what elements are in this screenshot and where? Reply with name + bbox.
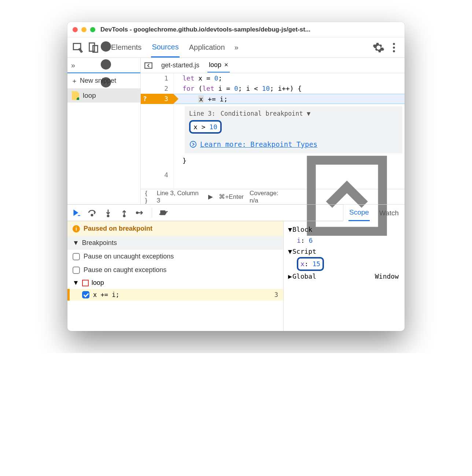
close-icon[interactable]: ×: [224, 61, 228, 69]
resume-icon[interactable]: [71, 208, 81, 217]
debugger-lower: i Paused on breakpoint ▼ Breakpoints Pau…: [67, 221, 405, 331]
svg-point-3: [393, 43, 395, 45]
nav-left-icon[interactable]: [144, 61, 153, 70]
info-icon: i: [73, 225, 80, 233]
bp-type-dropdown[interactable]: Conditional breakpoint ▼: [221, 110, 311, 117]
run-hint: ⌘+Enter: [219, 193, 244, 201]
line-number: 3: [164, 95, 168, 103]
bp-line-label: Line 3:: [189, 110, 215, 117]
tab-scope[interactable]: Scope: [349, 205, 370, 221]
conditional-marker-icon: ?: [143, 94, 147, 104]
svg-point-4: [393, 47, 395, 49]
tab-watch[interactable]: Watch: [379, 205, 399, 221]
svg-point-15: [123, 215, 125, 217]
svg-point-10: [190, 141, 196, 148]
play-icon[interactable]: ▶: [208, 193, 213, 201]
plus-icon: ＋: [71, 77, 78, 85]
editor-tab-getstarted[interactable]: get-started.js: [160, 59, 201, 72]
debugger-toolbar: [67, 204, 343, 221]
pretty-print-icon[interactable]: { }: [145, 190, 151, 204]
window-title: DevTools - googlechrome.github.io/devtoo…: [100, 26, 399, 33]
line-number: 4: [141, 170, 173, 180]
svg-point-5: [393, 50, 395, 52]
line-number: 1: [141, 73, 173, 83]
global-value: Window: [375, 271, 399, 282]
scope-prop-i: i: 6: [288, 235, 400, 246]
svg-point-13: [91, 214, 93, 216]
snippet-name: loop: [83, 92, 96, 100]
step-over-icon[interactable]: [87, 208, 97, 217]
bp-condition-input[interactable]: x > 10: [189, 120, 222, 134]
editor-tabs: get-started.js loop ×: [141, 58, 405, 73]
navigator-sidebar: » ＋ New snippet loop: [67, 58, 141, 204]
tab-application[interactable]: Application: [188, 38, 226, 57]
pause-uncaught-label: Pause on uncaught exceptions: [84, 253, 174, 260]
code-line: let x = 0;: [174, 73, 405, 83]
svg-point-6: [101, 41, 111, 52]
sidebar-header: »: [67, 58, 140, 73]
editor-pane: get-started.js loop × 1 2 ? 3 4: [141, 58, 405, 204]
breakpoint-file-name: loop: [92, 279, 104, 287]
file-icon: [82, 280, 89, 286]
minimize-icon[interactable]: [81, 27, 86, 32]
caret-down-icon: ▼: [73, 239, 79, 247]
code-line-paused: x += i;: [174, 94, 405, 104]
gutter: 1 2 ? 3 4: [141, 73, 174, 189]
breakpoint-entry[interactable]: x += i; 3: [67, 289, 283, 301]
svg-point-14: [107, 215, 109, 217]
paused-text: Paused on breakpoint: [84, 225, 152, 233]
editor-tab-label: loop: [209, 61, 221, 69]
breakpoint-marker[interactable]: ? 3: [141, 94, 173, 104]
checkbox-checked[interactable]: [82, 291, 89, 298]
editor-tab-loop[interactable]: loop ×: [207, 58, 230, 72]
pause-caught-label: Pause on caught exceptions: [84, 266, 166, 274]
coverage-label: Coverage: n/a: [250, 190, 288, 204]
step-icon[interactable]: [136, 208, 145, 217]
arrow-circle-icon: [189, 140, 197, 148]
main-split: » ＋ New snippet loop get-s: [67, 58, 405, 204]
cursor-position: Line 3, Column 3: [157, 190, 203, 204]
line-number: 2: [141, 83, 173, 94]
scope-global[interactable]: ▶Global Window: [288, 271, 400, 282]
breakpoint-line: 3: [274, 291, 278, 298]
more-tabs-icon[interactable]: »: [235, 43, 239, 52]
breakpoint-file-row[interactable]: ▼ loop: [67, 277, 283, 289]
code-line: for (let i = 0; i < 10; i++) {: [174, 83, 405, 94]
scope-script[interactable]: ▼Script: [288, 246, 400, 257]
zoom-icon[interactable]: [90, 27, 95, 32]
breakpoint-code: x += i;: [93, 291, 119, 298]
svg-point-16: [136, 212, 138, 213]
deactivate-breakpoints-icon[interactable]: [159, 208, 168, 217]
scope-body: ▼Block i: 6 ▼Script x: 15 ▶Global Window: [284, 221, 405, 285]
tab-sources[interactable]: Sources: [151, 38, 179, 57]
breakpoints-section[interactable]: ▼ Breakpoints: [67, 236, 283, 250]
checkbox[interactable]: [73, 253, 80, 260]
new-snippet-label: New snippet: [80, 77, 116, 85]
paused-banner: i Paused on breakpoint: [67, 221, 283, 236]
gear-icon[interactable]: [372, 41, 385, 54]
scope-block[interactable]: ▼Block: [288, 224, 400, 235]
new-snippet-button[interactable]: ＋ New snippet: [67, 73, 140, 89]
devtools-window: DevTools - googlechrome.github.io/devtoo…: [67, 22, 405, 331]
breakpoints-label: Breakpoints: [82, 239, 117, 247]
snippet-icon: [72, 91, 79, 100]
step-into-icon[interactable]: [103, 208, 113, 217]
pause-caught-row[interactable]: Pause on caught exceptions: [67, 263, 283, 277]
snippet-item-loop[interactable]: loop: [67, 89, 140, 103]
close-icon[interactable]: [73, 27, 78, 32]
svg-rect-9: [145, 63, 152, 68]
divider: [152, 208, 152, 218]
editor-statusbar: { } Line 3, Column 3 ▶ ⌘+Enter Coverage:…: [141, 189, 405, 204]
kebab-icon[interactable]: [388, 41, 400, 54]
scope-panel: ▼Block i: 6 ▼Script x: 15 ▶Global Window: [284, 221, 405, 331]
snippet-list: loop: [67, 89, 140, 204]
checkbox[interactable]: [73, 267, 80, 274]
debugger-left: i Paused on breakpoint ▼ Breakpoints Pau…: [67, 221, 284, 331]
step-out-icon[interactable]: [119, 208, 129, 217]
breakpoint-editor-header: Line 3: Conditional breakpoint ▼: [189, 110, 398, 117]
scope-prop-x: x: 15: [288, 257, 400, 271]
traffic-lights: [73, 27, 95, 32]
pause-uncaught-row[interactable]: Pause on uncaught exceptions: [67, 250, 283, 263]
more-nav-icon[interactable]: »: [71, 61, 75, 70]
caret-down-icon: ▼: [73, 279, 79, 287]
